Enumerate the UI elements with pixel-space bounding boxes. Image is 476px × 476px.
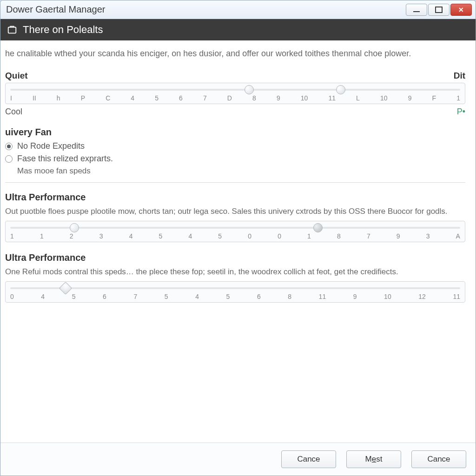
divider [5,182,465,183]
tick-label: 1 [10,232,14,240]
fan-section-title: uivery Fan [5,127,465,138]
tick-label: 7 [203,94,207,102]
tick-label: 10 [301,94,308,102]
window-controls [405,4,472,16]
tick-label: 5 [72,293,76,300]
tick-label: A [456,232,460,240]
tick-label: 4 [195,293,199,300]
tick-label: 4 [188,232,192,240]
settings-icon [7,25,17,35]
tick-label: 7 [133,293,137,300]
tick-label: 11 [453,293,460,300]
tick-label: 5 [155,94,159,102]
slider1-bottom-left: Cool [5,107,22,117]
tick-label: 9 [408,94,412,102]
tick-label: 6 [103,293,106,300]
minimize-button[interactable] [406,4,427,16]
slider1-left-label: Quiet [5,71,28,81]
tick-label: 4 [131,94,134,102]
tick-label: 11 [328,94,336,102]
tick-label: 0 [10,293,14,300]
tick-label: 7 [367,232,370,240]
tick-label: C [106,94,110,102]
perf2-desc: One Refui mods contral this speds… the p… [5,267,465,278]
tick-label: 5 [226,293,230,300]
content-area: he cnalitable wthed your scanda his enci… [0,40,476,443]
tick-label: 8 [288,293,291,300]
page-title: There on Polealts [23,24,103,36]
perf1-section: Ultra Performance Out puotble floes pusp… [5,192,465,242]
cancel-button-2[interactable]: Cance [411,450,466,468]
tick-label: h [57,94,60,102]
maximize-button[interactable] [428,4,450,16]
tick-label: 5 [218,232,222,240]
slider1-ticks: IIIhPC4567D891011L109F1 [6,83,465,104]
titlebar[interactable]: Dower Gaertal Manager [0,0,476,19]
tick-label: F [432,94,436,102]
tick-label: I [10,94,12,102]
slider1-thumb-a[interactable] [245,85,254,94]
tick-label: 10 [384,293,391,300]
radio-icon [5,143,13,150]
fan-sub-label: Mas mooe fan speds [17,166,465,176]
perf1-title: Ultra Performance [5,192,465,203]
fan-option-1-label: No Rode Expedits [17,141,85,151]
perf1-desc: Out puotble floes puspe plootile mow, ch… [5,206,465,217]
dialog-footer: Cance Mest Cance [0,443,476,476]
tick-label: 10 [380,94,388,102]
tick-label: 1 [40,232,44,240]
perf1-thumb-b[interactable] [313,223,323,232]
fan-option-1[interactable]: No Rode Expedits [5,141,465,151]
tick-label: 3 [99,232,103,240]
fan-option-2-label: Fase this relized exprarts. [17,154,113,164]
tick-label: P [81,94,85,102]
mest-button[interactable]: Mest [346,450,401,468]
thermal-slider-section: Quiet Dit IIIhPC4567D891011L109F1 Cool P… [5,71,465,117]
slider1-right-label: Dit [454,71,465,81]
tick-label: 0 [278,232,281,240]
tick-label: 4 [129,232,133,240]
slider1-bottom-right: P• [457,107,465,117]
window-title: Dower Gaertal Manager [4,4,105,15]
tick-label: 8 [337,232,341,240]
page-header: There on Polealts [0,19,476,40]
svg-rect-0 [8,27,16,33]
tick-label: 9 [353,293,357,300]
page-description: he cnalitable wthed your scanda his enci… [5,49,465,59]
radio-icon [5,155,13,163]
tick-label: 9 [277,94,280,102]
tick-label: 6 [257,293,261,300]
tick-label: 4 [41,293,45,300]
perf2-title: Ultra Performance [5,252,465,263]
tick-label: 2 [70,232,73,240]
tick-label: 1 [307,232,311,240]
perf2-ticks: 0456754568119101211 [6,282,465,302]
cancel-button-1[interactable]: Cance [281,450,336,468]
tick-label: 9 [397,232,400,240]
fan-section: uivery Fan No Rode Expedits Fase this re… [5,127,465,176]
tick-label: II [33,94,36,102]
fan-option-2[interactable]: Fase this relized exprarts. [5,154,465,164]
app-window: Dower Gaertal Manager There on Polealts … [0,0,476,476]
tick-label: 11 [319,293,326,300]
tick-label: 0 [248,232,251,240]
perf1-slider[interactable]: 112345450018793A [5,221,465,242]
tick-label: 5 [165,293,168,300]
thermal-slider[interactable]: IIIhPC4567D891011L109F1 [5,83,465,104]
perf2-slider[interactable]: 0456754568119101211 [5,281,465,303]
close-button[interactable] [450,4,472,16]
tick-label: 8 [252,94,256,102]
perf2-section: Ultra Performance One Refui mods contral… [5,252,465,303]
tick-label: 3 [426,232,430,240]
tick-label: 12 [418,293,426,300]
tick-label: 5 [159,232,163,240]
tick-label: L [356,94,360,102]
tick-label: D [227,94,232,102]
tick-label: 1 [456,94,460,102]
tick-label: 6 [179,94,183,102]
